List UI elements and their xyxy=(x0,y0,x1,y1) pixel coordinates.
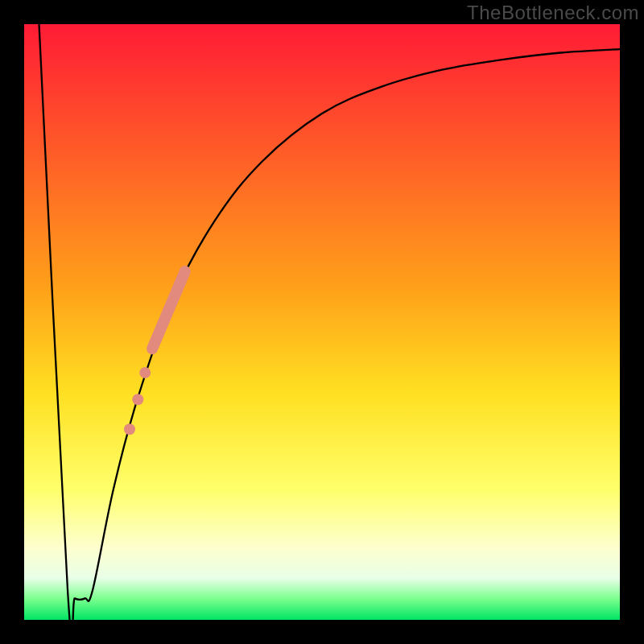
highlight-dot xyxy=(132,394,143,405)
chart-svg xyxy=(24,24,620,620)
chart-container: TheBottleneck.com xyxy=(0,0,644,644)
watermark-text: TheBottleneck.com xyxy=(467,2,639,24)
highlight-dot xyxy=(139,367,151,378)
plot-area xyxy=(24,24,620,620)
highlight-dot xyxy=(124,423,135,435)
